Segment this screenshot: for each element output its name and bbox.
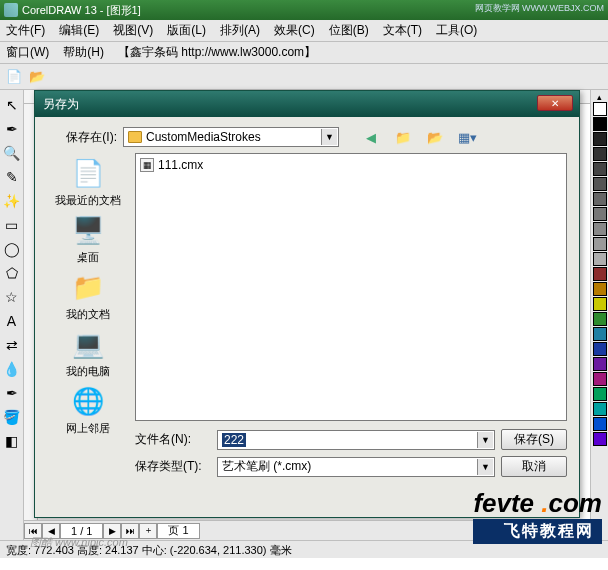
places-item[interactable]: 🖥️桌面 [49, 212, 127, 265]
list-item[interactable]: ▦ 111.cmx [140, 158, 562, 172]
views-icon[interactable]: ▦▾ [457, 127, 477, 147]
places-item[interactable]: 📄我最近的文档 [49, 155, 127, 208]
color-swatch[interactable] [593, 402, 607, 416]
titlebar-text: CorelDRAW 13 - [图形1] [22, 3, 141, 18]
file-item-name: 111.cmx [158, 158, 203, 172]
color-swatch[interactable] [593, 387, 607, 401]
ellipse-tool-icon[interactable]: ◯ [3, 240, 21, 258]
menu-item[interactable]: 版面(L) [167, 22, 206, 39]
menubar-row-2: 窗口(W)帮助(H)【鑫宇条码 http://www.lw3000.com】 [0, 42, 608, 64]
fevte-com: com [549, 488, 602, 518]
color-swatch[interactable] [593, 162, 607, 176]
filename-input[interactable]: 222 ▼ [217, 430, 495, 450]
eyedropper-tool-icon[interactable]: 💧 [3, 360, 21, 378]
close-icon[interactable]: ✕ [537, 95, 573, 111]
place-icon: 🖥️ [70, 212, 106, 248]
menu-item[interactable]: 排列(A) [220, 22, 260, 39]
menu-item[interactable]: 【鑫宇条码 http://www.lw3000.com】 [118, 44, 316, 61]
color-swatch[interactable] [593, 357, 607, 371]
up-icon[interactable]: 📁 [393, 127, 413, 147]
menu-item[interactable]: 窗口(W) [6, 44, 49, 61]
color-swatch[interactable] [593, 237, 607, 251]
open-doc-icon[interactable]: 📂 [27, 67, 47, 87]
color-swatch[interactable] [593, 432, 607, 446]
places-item[interactable]: 💻我的电脑 [49, 326, 127, 379]
watermark-webjx: 网页教学网 WWW.WEBJX.COM [475, 2, 605, 15]
cancel-button[interactable]: 取消 [501, 456, 567, 477]
filetype-combo[interactable]: 艺术笔刷 (*.cmx) ▼ [217, 457, 495, 477]
color-swatch[interactable] [593, 117, 607, 131]
dialog-title-text: 另存为 [43, 96, 79, 113]
color-swatch[interactable] [593, 147, 607, 161]
fill-tool-icon[interactable]: 🪣 [3, 408, 21, 426]
outline-tool-icon[interactable]: ✒ [3, 384, 21, 402]
menu-item[interactable]: 工具(O) [436, 22, 477, 39]
toolbox: ↖ ✒ 🔍 ✎ ✨ ▭ ◯ ⬠ ☆ A ⇄ 💧 ✒ 🪣 ◧ [0, 90, 24, 540]
places-item[interactable]: 🌐网上邻居 [49, 383, 127, 436]
menu-item[interactable]: 效果(C) [274, 22, 315, 39]
place-icon: 💻 [70, 326, 106, 362]
standard-toolbar: 📄 📂 [0, 64, 608, 90]
color-swatch[interactable] [593, 132, 607, 146]
palette-up-icon[interactable]: ▴ [597, 92, 602, 102]
rectangle-tool-icon[interactable]: ▭ [3, 216, 21, 234]
fevte-cn: 飞特教程网 [473, 519, 602, 544]
color-swatch[interactable] [593, 297, 607, 311]
dialog-titlebar[interactable]: 另存为 ✕ [35, 91, 579, 117]
place-icon: 🌐 [70, 383, 106, 419]
pick-tool-icon[interactable]: ↖ [3, 96, 21, 114]
chevron-down-icon[interactable]: ▼ [477, 459, 493, 475]
freehand-tool-icon[interactable]: ✎ [3, 168, 21, 186]
color-swatch[interactable] [593, 102, 607, 116]
filetype-value: 艺术笔刷 (*.cmx) [222, 458, 311, 475]
save-button[interactable]: 保存(S) [501, 429, 567, 450]
color-palette: ▴ [590, 90, 608, 540]
place-icon: 📁 [70, 269, 106, 305]
place-label: 网上邻居 [49, 421, 127, 436]
color-swatch[interactable] [593, 417, 607, 431]
new-folder-icon[interactable]: 📂 [425, 127, 445, 147]
color-swatch[interactable] [593, 222, 607, 236]
menu-item[interactable]: 视图(V) [113, 22, 153, 39]
menu-item[interactable]: 编辑(E) [59, 22, 99, 39]
polygon-tool-icon[interactable]: ⬠ [3, 264, 21, 282]
color-swatch[interactable] [593, 207, 607, 221]
smart-tool-icon[interactable]: ✨ [3, 192, 21, 210]
color-swatch[interactable] [593, 312, 607, 326]
chevron-down-icon[interactable]: ▼ [477, 432, 493, 448]
save-in-combo[interactable]: CustomMediaStrokes ▼ [123, 127, 339, 147]
color-swatch[interactable] [593, 327, 607, 341]
watermark-fevte: fevte .com 飞特教程网 [473, 488, 602, 544]
blend-tool-icon[interactable]: ⇄ [3, 336, 21, 354]
back-icon[interactable]: ◀ [361, 127, 381, 147]
text-tool-icon[interactable]: A [3, 312, 21, 330]
chevron-down-icon[interactable]: ▼ [321, 129, 337, 145]
shape-tool-icon[interactable]: ✒ [3, 120, 21, 138]
color-swatch[interactable] [593, 177, 607, 191]
place-label: 桌面 [49, 250, 127, 265]
color-swatch[interactable] [593, 267, 607, 281]
file-list[interactable]: ▦ 111.cmx [135, 153, 567, 421]
new-doc-icon[interactable]: 📄 [4, 67, 24, 87]
color-swatch[interactable] [593, 282, 607, 296]
places-item[interactable]: 📁我的文档 [49, 269, 127, 322]
menu-item[interactable]: 帮助(H) [63, 44, 104, 61]
menu-item[interactable]: 文本(T) [383, 22, 422, 39]
save-as-dialog: 另存为 ✕ 保存在(I): CustomMediaStrokes ▼ ◀ 📁 📂… [34, 90, 580, 518]
places-bar: 📄我最近的文档🖥️桌面📁我的文档💻我的电脑🌐网上邻居 [47, 153, 129, 453]
color-swatch[interactable] [593, 252, 607, 266]
save-in-value: CustomMediaStrokes [146, 130, 261, 144]
menu-item[interactable]: 位图(B) [329, 22, 369, 39]
app-icon [4, 3, 18, 17]
basic-shapes-icon[interactable]: ☆ [3, 288, 21, 306]
file-icon: ▦ [140, 158, 154, 172]
color-swatch[interactable] [593, 192, 607, 206]
interactive-fill-icon[interactable]: ◧ [3, 432, 21, 450]
add-page-icon[interactable]: ＋ [139, 523, 157, 539]
color-swatch[interactable] [593, 342, 607, 356]
menu-item[interactable]: 文件(F) [6, 22, 45, 39]
menubar-row-1: 文件(F)编辑(E)视图(V)版面(L)排列(A)效果(C)位图(B)文本(T)… [0, 20, 608, 42]
color-swatch[interactable] [593, 372, 607, 386]
page-tab[interactable]: 页 1 [157, 523, 199, 539]
zoom-tool-icon[interactable]: 🔍 [3, 144, 21, 162]
